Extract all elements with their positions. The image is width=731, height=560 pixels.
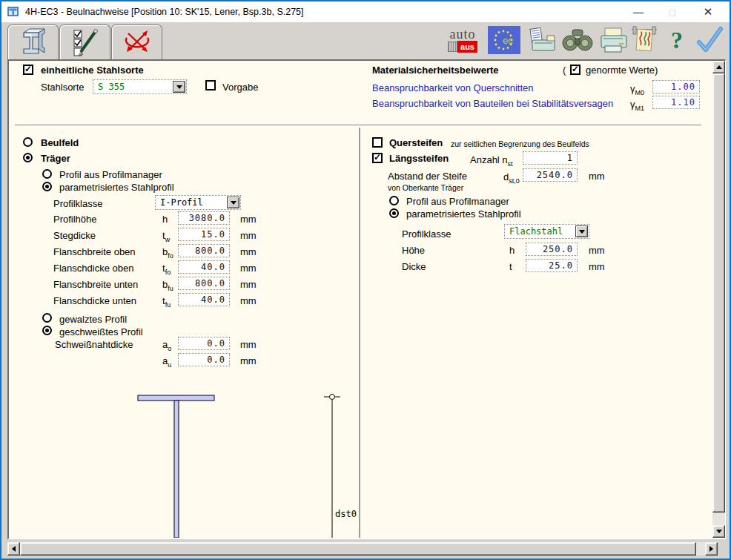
flanschdicke-oben-label: Flanschdicke oben xyxy=(53,263,133,274)
confirm-button[interactable] xyxy=(694,25,724,55)
left-profilklasse-label: Profilklasse xyxy=(53,198,102,209)
symbol-h: h xyxy=(162,214,168,227)
tab-profile[interactable] xyxy=(7,24,59,59)
search-button[interactable] xyxy=(560,27,595,53)
left-profilklasse-value: I-Profil xyxy=(156,197,227,208)
schweissnaht-label: Schweißnahtdicke xyxy=(55,339,133,350)
abstand-unit: mm xyxy=(589,171,605,182)
tab-buckling-off[interactable] xyxy=(111,24,162,59)
left-profilmanager-label: Profil aus Profilmanager xyxy=(59,169,162,180)
abstand-input[interactable] xyxy=(523,168,578,182)
chevron-down-icon[interactable] xyxy=(227,197,239,208)
paper-towel-icon xyxy=(630,25,658,55)
chevron-down-icon[interactable] xyxy=(575,225,588,237)
eurocode-button[interactable]: ec xyxy=(488,26,520,54)
weld-o-input[interactable] xyxy=(178,337,230,350)
left-profilmanager-radio[interactable] xyxy=(42,169,52,179)
right-parametrisiert-radio[interactable] xyxy=(389,208,399,218)
right-profilmanager-radio[interactable] xyxy=(389,196,399,205)
right-profilklasse-dropdown[interactable]: Flachstahl xyxy=(504,224,589,239)
stahlsorte-label: Stahlsorte xyxy=(41,82,85,93)
left-parametrisiert-label: parametrisiertes Stahlprofil xyxy=(59,182,174,193)
vertical-scroll-thumb[interactable] xyxy=(712,73,725,513)
flanschdicke-oben-unit: mm xyxy=(240,263,257,274)
flanschbreite-unten-input[interactable] xyxy=(178,277,230,290)
chevron-down-icon[interactable] xyxy=(173,81,185,93)
triangle-down-icon xyxy=(716,530,722,533)
toolbar: auto aus ec xyxy=(1,22,730,59)
gamma-m0-input[interactable] xyxy=(652,80,700,93)
hoehe-input[interactable] xyxy=(526,243,578,256)
einheitliche-stahlsorte-checkbox[interactable] xyxy=(23,65,33,75)
checkmark-icon xyxy=(694,25,724,55)
app-icon xyxy=(7,6,19,18)
dimension-label: dst0 xyxy=(335,509,357,519)
flanschbreite-unten-unit: mm xyxy=(240,279,257,290)
binoculars-icon xyxy=(560,27,595,53)
horizontal-scrollbar[interactable] xyxy=(7,542,718,556)
printer-icon xyxy=(598,27,629,53)
notes-button[interactable] xyxy=(630,25,658,55)
right-profilmanager-label: Profil aus Profilmanager xyxy=(406,196,509,207)
symbol-bfu: bfu xyxy=(162,279,173,292)
column-divider xyxy=(359,128,360,538)
left-parametrisiert-radio[interactable] xyxy=(42,182,52,191)
quersteifen-checkbox[interactable] xyxy=(372,137,383,148)
scroll-down-button[interactable] xyxy=(712,525,725,538)
minimize-button[interactable]: — xyxy=(621,1,655,22)
stripes-icon xyxy=(448,42,457,52)
scroll-left-button[interactable] xyxy=(7,542,20,556)
gamma-m1-input[interactable] xyxy=(652,96,700,109)
gewalzt-radio[interactable] xyxy=(42,313,52,323)
gamma-m0-label: Beanspruchbarkeit von Querschnitten xyxy=(372,82,534,93)
stegdicke-input[interactable] xyxy=(178,228,230,241)
print-preview-button[interactable] xyxy=(528,27,558,53)
quersteifen-label: Quersteifen xyxy=(389,137,443,148)
question-mark-icon: ? xyxy=(671,27,683,54)
stahlsorte-value: S 355 xyxy=(93,82,173,92)
hoehe-unit: mm xyxy=(589,245,605,256)
geschweisst-radio[interactable] xyxy=(42,326,52,335)
flanschbreite-oben-label: Flanschbreite oben xyxy=(53,246,136,257)
horizontal-scroll-thumb[interactable] xyxy=(20,542,696,556)
vorgabe-checkbox[interactable] xyxy=(205,80,216,90)
flanschbreite-oben-unit: mm xyxy=(240,246,257,257)
flanschbreite-oben-input[interactable] xyxy=(178,244,230,257)
profilhoehe-label: Profilhöhe xyxy=(53,214,97,225)
beulfeld-radio[interactable] xyxy=(23,137,33,147)
auto-aus-toggle[interactable]: auto aus xyxy=(445,24,480,56)
scroll-right-button[interactable] xyxy=(705,542,718,556)
close-button[interactable]: ✕ xyxy=(691,1,725,22)
weld-u-input[interactable] xyxy=(178,353,230,366)
scroll-up-button[interactable] xyxy=(712,61,725,73)
stahlsorte-dropdown[interactable]: S 355 xyxy=(93,79,187,94)
genormte-werte-checkbox[interactable] xyxy=(570,65,580,75)
steel-profile-icon xyxy=(17,27,50,57)
profilhoehe-input[interactable] xyxy=(178,211,230,225)
print-button[interactable] xyxy=(598,27,629,53)
abstand-label: Abstand der Steife xyxy=(388,171,467,182)
traeger-radio[interactable] xyxy=(23,153,33,162)
crossed-arrows-icon xyxy=(121,27,153,57)
help-button[interactable]: ? xyxy=(666,24,688,56)
dicke-unit: mm xyxy=(589,261,605,272)
window-title: 4H-EC3 - Beulnachweise [Position 10: SK'… xyxy=(25,7,304,17)
content-panel: einheitliche Stahlsorte Stahlsorte S 355… xyxy=(7,59,726,539)
symbol-au: au xyxy=(162,355,171,369)
dicke-input[interactable] xyxy=(526,259,578,272)
symbol-tw: tw xyxy=(162,230,170,243)
vertical-scrollbar[interactable] xyxy=(712,61,725,538)
tab-checklist[interactable] xyxy=(59,24,110,59)
flanschdicke-oben-input[interactable] xyxy=(178,260,230,274)
aus-badge: aus xyxy=(457,41,477,53)
abstand-note: von Oberkante Träger xyxy=(388,183,463,192)
genormte-werte-label: genormte Werte) xyxy=(586,65,658,76)
flanschdicke-unten-input[interactable] xyxy=(178,293,230,306)
weld-u-unit: mm xyxy=(240,355,257,366)
left-profilklasse-dropdown[interactable]: I-Profil xyxy=(155,195,241,210)
maximize-button[interactable]: ▢ xyxy=(655,1,689,22)
print-preview-icon xyxy=(528,27,558,53)
anzahl-input[interactable] xyxy=(523,151,578,165)
laengssteifen-checkbox[interactable] xyxy=(372,153,383,163)
separator-line xyxy=(15,125,701,125)
